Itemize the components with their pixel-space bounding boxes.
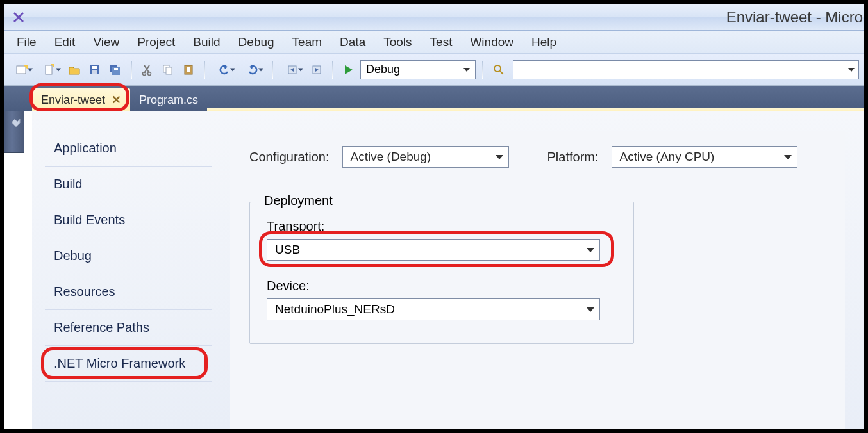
menu-data[interactable]: Data: [331, 33, 374, 52]
svg-rect-9: [114, 68, 118, 70]
sidebar-item-label: Application: [54, 141, 117, 155]
property-pane: Configuration: Active (Debug) Platform: …: [230, 131, 845, 429]
sidebar-item-label: Debug: [54, 249, 92, 263]
menu-view[interactable]: View: [84, 33, 128, 52]
svg-rect-13: [166, 67, 172, 74]
sidebar-item-reference-paths[interactable]: Reference Paths: [45, 310, 212, 346]
chevron-down-icon: [784, 155, 792, 159]
tab-program-cs[interactable]: Program.cs: [130, 88, 207, 111]
menu-debug[interactable]: Debug: [230, 33, 283, 52]
transport-label: Transport:: [267, 219, 617, 234]
divider: [249, 186, 826, 186]
svg-rect-6: [92, 70, 97, 74]
svg-rect-5: [92, 66, 97, 69]
project-properties-page: Application Build Build Events Debug Res…: [32, 111, 864, 429]
undo-button[interactable]: [212, 61, 237, 79]
toolbar-separator: [482, 61, 483, 79]
menu-test[interactable]: Test: [421, 33, 462, 52]
tab-label: Program.cs: [139, 94, 198, 107]
sidebar-item-label: .NET Micro Framework: [54, 356, 185, 370]
toolbar-separator: [332, 61, 333, 79]
chevron-down-icon: [587, 307, 594, 312]
menu-edit[interactable]: Edit: [46, 33, 85, 52]
tab-enviar-tweet[interactable]: Enviar-tweet ✕: [32, 88, 130, 111]
svg-rect-0: [17, 66, 26, 74]
window-title: Enviar-tweet - Micro: [726, 8, 864, 26]
tab-label: Enviar-tweet: [41, 94, 105, 107]
open-button[interactable]: [65, 61, 83, 79]
configuration-row: Configuration: Active (Debug) Platform: …: [249, 146, 845, 168]
configuration-combo[interactable]: Debug: [360, 60, 476, 79]
configuration-combo-value: Debug: [366, 63, 400, 76]
toolbar-separator: [272, 61, 273, 79]
deployment-legend: Deployment: [259, 193, 338, 208]
start-debug-button[interactable]: [340, 61, 358, 79]
menu-build[interactable]: Build: [184, 33, 229, 52]
save-button[interactable]: [86, 61, 104, 79]
toolbar-separator: [131, 61, 132, 79]
sidebar-item-label: Build: [54, 177, 82, 191]
svg-line-24: [500, 71, 503, 74]
transport-dropdown[interactable]: USB: [267, 239, 600, 261]
dropdown-value: NetduinoPlus_NERsD: [275, 302, 395, 316]
deployment-group: Deployment Transport: USB Device: Netdui…: [249, 202, 634, 344]
cut-button[interactable]: [138, 61, 156, 79]
svg-marker-22: [345, 65, 353, 74]
menu-team[interactable]: Team: [283, 33, 331, 52]
configuration-dropdown[interactable]: Active (Debug): [342, 146, 509, 168]
sidebar-item-label: Resources: [54, 284, 115, 298]
chevron-down-icon: [496, 155, 503, 159]
dropdown-value: Active (Any CPU): [620, 150, 715, 164]
sidebar-item-build[interactable]: Build: [45, 167, 212, 202]
sidebar-item-label: Build Events: [54, 213, 125, 227]
dropdown-value: USB: [275, 243, 300, 257]
menu-file[interactable]: File: [8, 33, 46, 52]
save-all-button[interactable]: [106, 61, 124, 79]
sidebar-item-net-micro-framework[interactable]: .NET Micro Framework: [45, 346, 212, 382]
configuration-label: Configuration:: [249, 150, 330, 165]
svg-rect-15: [187, 67, 190, 72]
chevron-down-icon: [463, 68, 470, 72]
toolbar: Debug: [4, 54, 864, 86]
nav-back-button[interactable]: [280, 61, 305, 79]
menu-tools[interactable]: Tools: [374, 33, 421, 52]
redo-button[interactable]: [240, 61, 265, 79]
copy-button[interactable]: [159, 61, 177, 79]
vs-logo-icon: [12, 10, 26, 24]
dropdown-value: Active (Debug): [351, 150, 431, 164]
chevron-down-icon: [587, 248, 594, 252]
svg-rect-2: [46, 65, 52, 74]
toolbar-separator: [204, 61, 205, 79]
sidebar-item-build-events[interactable]: Build Events: [45, 202, 212, 238]
sidebar-item-label: Reference Paths: [54, 320, 149, 334]
nav-fwd-button[interactable]: [308, 61, 326, 79]
device-label: Device:: [267, 279, 617, 293]
sidebar-item-application[interactable]: Application: [45, 131, 212, 167]
menu-project[interactable]: Project: [128, 33, 184, 52]
device-dropdown[interactable]: NetduinoPlus_NERsD: [267, 298, 600, 320]
property-page-sidebar: Application Build Build Events Debug Res…: [45, 131, 212, 429]
sidebar-item-resources[interactable]: Resources: [45, 274, 212, 310]
search-box[interactable]: [513, 60, 859, 79]
document-tabstrip: Enviar-tweet ✕ Program.cs: [4, 86, 864, 111]
menu-help[interactable]: Help: [522, 33, 565, 52]
find-button[interactable]: [490, 61, 508, 79]
svg-point-10: [143, 72, 146, 75]
add-item-button[interactable]: [37, 61, 63, 79]
close-icon[interactable]: ✕: [112, 93, 121, 107]
paste-button[interactable]: [179, 61, 197, 79]
platform-dropdown[interactable]: Active (Any CPU): [612, 146, 797, 168]
new-project-button[interactable]: [9, 61, 35, 79]
svg-point-11: [148, 72, 151, 75]
titlebar: Enviar-tweet - Micro: [4, 4, 864, 31]
chevron-down-icon: [848, 68, 855, 72]
sidebar-item-debug[interactable]: Debug: [45, 238, 212, 274]
menu-window[interactable]: Window: [461, 33, 522, 52]
svg-point-23: [494, 65, 501, 72]
platform-label: Platform:: [547, 150, 599, 165]
menubar: File Edit View Project Build Debug Team …: [4, 31, 864, 54]
toolbox-icon: [11, 117, 21, 129]
